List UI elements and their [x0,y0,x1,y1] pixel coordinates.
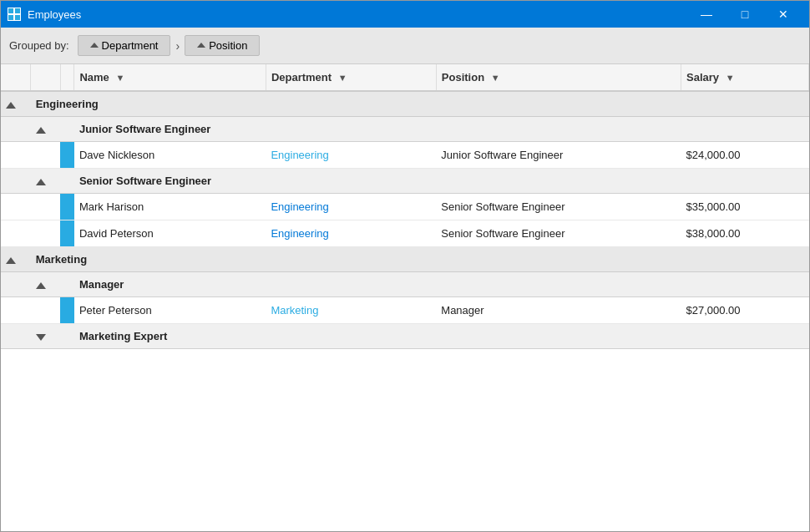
col-header-name[interactable]: Name ▼ [74,64,266,91]
grouped-by-label: Grouped by: [9,39,69,52]
cell-dept-dave: Engineering [266,142,436,169]
group-row-manager: Manager [1,272,809,297]
cell-name-dave: Dave Nickleson [74,142,266,169]
title-bar: Employees — □ ✕ [1,1,809,28]
subgroup-indent-2 [1,169,31,194]
subgroup-bar-junior-se [60,117,74,142]
filter-icon-name[interactable]: ▼ [115,73,124,83]
window-controls: — □ ✕ [687,1,802,28]
group-chip-position-label: Position [209,39,247,52]
filter-icon-salary[interactable]: ▼ [726,73,735,83]
cell-pos-mark: Senior Software Engineer [436,194,681,220]
col-header-salary[interactable]: Salary ▼ [681,64,808,91]
row-indent-2d [31,297,61,324]
subgroup-label-manager: Manager [74,272,809,297]
col-header-position[interactable]: Position ▼ [436,64,681,91]
subgroup-label-senior-se: Senior Software Engineer [74,169,809,194]
group-row-marketing: Marketing [1,247,809,272]
col-header-department[interactable]: Department ▼ [266,64,436,91]
expand-triangle-up-senior-se [36,179,46,185]
row-indent-2b [31,194,61,220]
cell-dept-mark: Engineering [266,194,436,220]
subgroup-expand-senior-se[interactable] [31,169,61,194]
group-row-senior-se: Senior Software Engineer [1,169,809,194]
app-icon [8,8,21,21]
group-row-engineering: Engineering [1,91,809,117]
expand-triangle-up-marketing [6,257,16,264]
col-header-expand1 [1,64,31,91]
svg-rect-0 [8,8,13,13]
svg-rect-3 [15,15,20,20]
group-chip-position[interactable]: Position [185,35,260,56]
cell-salary-dave: $24,000.00 [681,142,808,169]
subgroup-bar-mktexp [60,324,74,349]
group-row-marketing-expert: Marketing Expert [1,324,809,349]
cell-salary-peter: $27,000.00 [681,297,808,324]
row-indent-1b [1,194,31,220]
row-indent-1d [1,297,31,324]
subgroup-label-junior-se: Junior Software Engineer [74,117,809,142]
subgroup-bar-manager [60,272,74,297]
subgroup-indent-1 [1,117,31,142]
app-window: Employees — □ ✕ Grouped by: Department ›… [0,0,810,532]
expand-triangle-up-engineering [6,102,16,109]
subgroup-expand-mktexp[interactable] [31,324,61,349]
table-row: Mark Harison Engineering Senior Software… [1,194,809,220]
svg-rect-2 [8,15,13,20]
cell-pos-david: Senior Software Engineer [436,220,681,247]
row-indent-2c [31,220,61,247]
group-expand-marketing[interactable] [1,247,31,272]
subgroup-indent-mktexp [1,324,31,349]
sort-up-icon-2 [197,43,205,48]
expand-triangle-up-manager [36,282,46,289]
col-header-bar [60,64,74,91]
subgroup-expand-manager[interactable] [31,272,61,297]
group-label-marketing: Marketing [31,247,809,272]
row-accent-bar [60,142,74,169]
table-row: Peter Peterson Marketing Manager $27,000… [1,297,809,324]
table-row: David Peterson Engineering Senior Softwa… [1,220,809,247]
table-header-row: Name ▼ Department ▼ Position ▼ Salary ▼ [1,64,809,91]
cell-dept-david: Engineering [266,220,436,247]
row-accent-bar-2 [60,194,74,220]
minimize-button[interactable]: — [687,1,726,28]
sort-up-icon [90,43,99,48]
toolbar: Grouped by: Department › Position [1,28,809,64]
group-expand-engineering[interactable] [1,91,31,117]
table-area: Name ▼ Department ▼ Position ▼ Salary ▼ [1,64,809,531]
window-title: Employees [28,8,687,21]
cell-name-david: David Peterson [74,220,266,247]
chevron-right-icon: › [175,39,180,53]
subgroup-bar-senior-se [60,169,74,194]
filter-icon-department[interactable]: ▼ [338,73,347,83]
maximize-button[interactable]: □ [726,1,764,28]
row-indent-1 [1,142,31,169]
filter-icon-position[interactable]: ▼ [491,73,500,83]
row-accent-bar-3 [60,220,74,247]
row-indent-1c [1,220,31,247]
cell-pos-peter: Manager [436,297,681,324]
cell-pos-dave: Junior Software Engineer [436,142,681,169]
employees-table: Name ▼ Department ▼ Position ▼ Salary ▼ [1,64,809,349]
row-indent-2 [31,142,61,169]
cell-salary-david: $38,000.00 [681,220,808,247]
group-row-junior-se: Junior Software Engineer [1,117,809,142]
group-label-engineering: Engineering [31,91,809,117]
cell-name-peter: Peter Peterson [74,297,266,324]
subgroup-indent-manager [1,272,31,297]
cell-name-mark: Mark Harison [74,194,266,220]
group-chip-department-label: Department [102,39,159,52]
expand-triangle-up-junior-se [36,127,46,134]
table-row: Dave Nickleson Engineering Junior Softwa… [1,142,809,169]
expand-triangle-down-mktexp [36,334,46,341]
col-header-expand2 [31,64,61,91]
subgroup-label-mktexp: Marketing Expert [74,324,809,349]
svg-rect-1 [15,8,20,13]
group-chip-department[interactable]: Department [78,35,171,56]
subgroup-expand-junior-se[interactable] [31,117,61,142]
cell-salary-mark: $35,000.00 [681,194,808,220]
close-button[interactable]: ✕ [764,1,802,28]
row-accent-bar-4 [60,297,74,324]
cell-dept-peter: Marketing [266,297,436,324]
